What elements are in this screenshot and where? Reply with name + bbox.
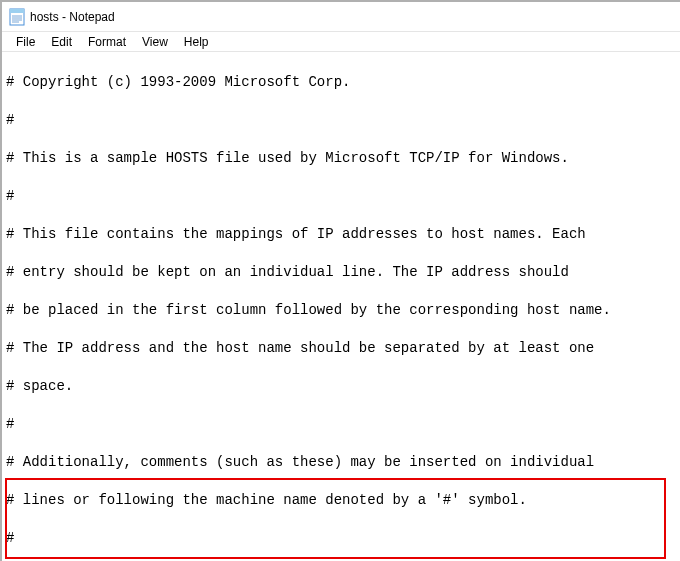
editor-line: # <box>6 111 676 130</box>
menu-bar: File Edit Format View Help <box>2 32 680 52</box>
notepad-icon <box>8 8 26 26</box>
text-editor[interactable]: # Copyright (c) 1993-2009 Microsoft Corp… <box>2 52 680 561</box>
editor-line: # <box>6 415 676 434</box>
menu-help[interactable]: Help <box>176 33 217 51</box>
editor-line: # The IP address and the host name shoul… <box>6 339 676 358</box>
menu-format[interactable]: Format <box>80 33 134 51</box>
editor-line: # Additionally, comments (such as these)… <box>6 453 676 472</box>
editor-line: # space. <box>6 377 676 396</box>
title-bar: hosts - Notepad <box>2 2 680 32</box>
window-title: hosts - Notepad <box>30 10 115 24</box>
menu-file[interactable]: File <box>8 33 43 51</box>
editor-line: # entry should be kept on an individual … <box>6 263 676 282</box>
editor-line: # This is a sample HOSTS file used by Mi… <box>6 149 676 168</box>
svg-rect-1 <box>10 9 24 13</box>
menu-view[interactable]: View <box>134 33 176 51</box>
editor-line: # Copyright (c) 1993-2009 Microsoft Corp… <box>6 73 676 92</box>
editor-line: # <box>6 187 676 206</box>
editor-line: # This file contains the mappings of IP … <box>6 225 676 244</box>
editor-line: # <box>6 529 676 548</box>
editor-line: # be placed in the first column followed… <box>6 301 676 320</box>
editor-line: # lines or following the machine name de… <box>6 491 676 510</box>
menu-edit[interactable]: Edit <box>43 33 80 51</box>
